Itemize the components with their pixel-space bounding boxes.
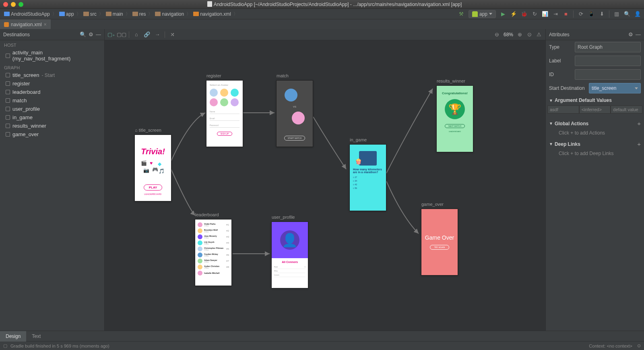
attr-label-input[interactable] xyxy=(575,56,641,66)
arg-defaults-table[interactable]: asdf<inferred>default value xyxy=(546,106,644,114)
folder-icon xyxy=(83,12,89,16)
trophy-icon: 🏆 xyxy=(445,99,465,119)
screen-label: user_profile xyxy=(272,215,295,220)
screen-register[interactable]: register Select an Avatar Name Email Pas… xyxy=(206,80,243,147)
editor-tab-navigation[interactable]: navigation.xml × xyxy=(0,19,51,29)
breadcrumb[interactable]: res xyxy=(132,11,147,17)
deep-links-header[interactable]: ▼Deep Links+ xyxy=(546,138,644,150)
graph-item-register[interactable]: register xyxy=(0,79,104,88)
lb-row: Christopher Pittman12:00am#5 xyxy=(198,246,229,251)
graph-item-match[interactable]: match xyxy=(0,96,104,105)
game-over-text: Game Over xyxy=(425,234,454,241)
action-arrow-icon[interactable]: → xyxy=(154,31,161,38)
attr-id-input[interactable] xyxy=(575,69,641,80)
run-icon[interactable]: ▶ xyxy=(500,11,506,17)
zoom-out-icon[interactable]: ⊖ xyxy=(494,31,500,38)
close-window-icon[interactable] xyxy=(3,2,8,7)
player2-avatar xyxy=(292,112,305,124)
graph-item-title-screen[interactable]: title_screen - Start xyxy=(0,71,104,79)
graph-item-in-game[interactable]: in_game xyxy=(0,113,104,122)
screen-leaderboard[interactable]: leaderboard Violet Parks12:00am#1 Brookl… xyxy=(195,219,232,286)
chevron-down-icon xyxy=(489,13,492,15)
profile-avatar: 👤 xyxy=(280,230,299,250)
screen-user-profile[interactable]: user_profile 👤 Ali Connors Rank1 Wins Lo… xyxy=(271,222,308,288)
apply-changes-icon[interactable]: ⚡ xyxy=(510,11,517,17)
profile-name: Ali Connors xyxy=(274,261,305,263)
panel-title: Attributes xyxy=(549,32,626,37)
lb-row: Violet Parks12:00am#1 xyxy=(198,222,229,227)
context-info[interactable]: Context: <no context> xyxy=(589,344,632,348)
structure-icon[interactable]: ▥ xyxy=(613,11,620,17)
screen-game-over[interactable]: game_over Game Over TRY AGAIN xyxy=(421,209,458,275)
screen-in-game[interactable]: in_game 🍿 How many kilometers are in a m… xyxy=(349,144,386,211)
breadcrumb[interactable]: main xyxy=(105,11,124,17)
add-action-icon[interactable]: + xyxy=(637,120,641,127)
attr-type-input[interactable] xyxy=(575,42,641,52)
breadcrumb[interactable]: navigation xyxy=(154,11,185,17)
screen-label: leaderboard xyxy=(195,212,219,217)
host-item[interactable]: activity_main (my_nav_host_fragment) xyxy=(0,48,104,63)
graph-item-game-over[interactable]: game_over xyxy=(0,130,104,139)
minimize-window-icon[interactable] xyxy=(11,2,16,7)
minimize-icon[interactable]: — xyxy=(636,31,641,37)
sync-icon[interactable]: ⟳ xyxy=(578,11,584,17)
host-section-label: HOST xyxy=(0,40,104,48)
nav-graph-canvas[interactable]: ⌂ title_screen Trivia! 🎬♥◆ 📷🎮🎵 PLAY LEAD… xyxy=(105,40,545,331)
breadcrumb[interactable]: AndroidStudioApp xyxy=(3,11,51,17)
link-icon[interactable]: 🔗 xyxy=(144,31,150,38)
breadcrumb[interactable]: app xyxy=(58,11,75,17)
graph-item-results-winner[interactable]: results_winner xyxy=(0,122,104,130)
search-icon[interactable]: 🔍 xyxy=(80,31,86,37)
close-tab-icon[interactable]: × xyxy=(44,22,47,27)
tab-text[interactable]: Text xyxy=(26,331,46,342)
profile-header: 👤 xyxy=(272,222,308,258)
search-icon[interactable]: 🔍 xyxy=(624,11,630,17)
coverage-icon[interactable]: ↻ xyxy=(531,11,538,17)
maximize-window-icon[interactable] xyxy=(19,2,23,7)
destination-icon xyxy=(6,54,10,58)
screen-results-winner[interactable]: results_winner Congratulations! 🏆 NEXT M… xyxy=(436,85,473,152)
debug-icon[interactable]: 🐞 xyxy=(521,11,527,17)
gear-icon[interactable]: ⚙ xyxy=(89,31,93,37)
navigation-bar: AndroidStudioApp〉 app〉 src〉 main〉 res〉 n… xyxy=(0,9,644,19)
home-icon: ⌂ xyxy=(135,128,138,133)
attr-type-label: Type xyxy=(549,44,573,50)
minimize-icon[interactable]: — xyxy=(96,31,101,37)
screen-match[interactable]: match vs START MATCH xyxy=(276,80,313,147)
tool-window-icon[interactable]: ▢ xyxy=(3,343,7,348)
start-destination-select[interactable]: title_screen xyxy=(589,83,641,93)
option: □ 34 xyxy=(353,180,383,182)
zoom-fit-icon[interactable]: ⊙ xyxy=(526,31,533,38)
zoom-level[interactable]: 68% xyxy=(504,32,513,37)
destination-icon xyxy=(6,90,10,94)
avatar-icon[interactable]: 👤 xyxy=(634,11,641,17)
nested-graph-icon[interactable]: ▢▢ xyxy=(118,31,125,38)
build-icon[interactable]: ⚒ xyxy=(458,11,464,17)
screen-title[interactable]: ⌂ title_screen Trivia! 🎬♥◆ 📷🎮🎵 PLAY LEAD… xyxy=(134,135,171,201)
graph-item-leaderboard[interactable]: leaderboard xyxy=(0,88,104,96)
global-actions-header[interactable]: ▼Global Actions+ xyxy=(546,118,644,129)
attach-debugger-icon[interactable]: ⇥ xyxy=(552,11,559,17)
stop-icon[interactable]: ■ xyxy=(563,11,569,17)
congrats-text: Congratulations! xyxy=(442,91,468,95)
question-text: How many kilometers are in a marathon? xyxy=(353,168,383,174)
breadcrumb[interactable]: src xyxy=(83,11,97,17)
run-config-selector[interactable]: app xyxy=(469,10,496,18)
inspector-icon[interactable]: ⊙ xyxy=(637,343,641,348)
gear-icon[interactable]: ⚙ xyxy=(628,31,633,37)
home-icon[interactable]: ⌂ xyxy=(133,31,140,38)
profiler-icon[interactable]: 📊 xyxy=(542,11,548,17)
add-deeplink-icon[interactable]: + xyxy=(637,141,641,147)
nav-editor: ▢₊ ▢▢ ⌂ 🔗 → ⤨ ⊖ 68% ⊕ ⊙ ⚠ xyxy=(105,29,545,331)
arg-defaults-header[interactable]: ▼Argument Default Values xyxy=(546,95,644,106)
zoom-in-icon[interactable]: ⊕ xyxy=(516,31,523,38)
warning-icon[interactable]: ⚠ xyxy=(536,31,542,38)
graph-item-user-profile[interactable]: user_profile xyxy=(0,105,104,113)
auto-arrange-icon[interactable]: ⤨ xyxy=(169,31,175,38)
sdk-icon[interactable]: ⬇ xyxy=(599,11,605,17)
avd-icon[interactable]: 📱 xyxy=(588,11,594,17)
status-message: Gradle build finished in 5 s 969 ms (mom… xyxy=(10,344,109,348)
breadcrumb[interactable]: navigation.xml xyxy=(192,11,232,17)
tab-design[interactable]: Design xyxy=(0,331,26,342)
new-destination-icon[interactable]: ▢₊ xyxy=(108,31,114,38)
